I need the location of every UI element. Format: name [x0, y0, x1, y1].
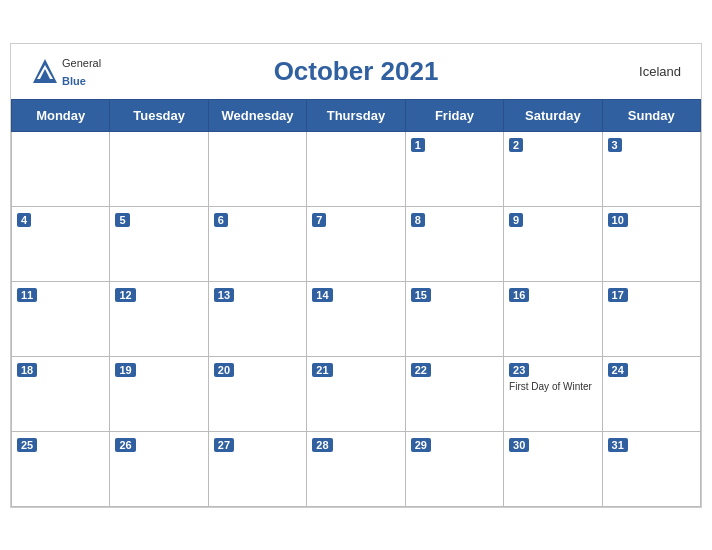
- week-row-2: 45678910: [12, 206, 701, 281]
- day-cell: 24: [602, 356, 700, 431]
- day-number: 14: [312, 288, 332, 302]
- day-number: 20: [214, 363, 234, 377]
- calendar-body: 1234567891011121314151617181920212223Fir…: [12, 131, 701, 506]
- day-cell: 14: [307, 281, 405, 356]
- day-number: 15: [411, 288, 431, 302]
- col-friday: Friday: [405, 99, 503, 131]
- day-event: First Day of Winter: [509, 381, 596, 392]
- col-saturday: Saturday: [504, 99, 602, 131]
- week-row-1: 123: [12, 131, 701, 206]
- day-number: 3: [608, 138, 622, 152]
- day-cell: 16: [504, 281, 602, 356]
- month-title: October 2021: [274, 56, 439, 87]
- calendar-container: General Blue October 2021 Iceland Monday…: [10, 43, 702, 508]
- day-cell: 31: [602, 431, 700, 506]
- calendar-header: General Blue October 2021 Iceland: [11, 44, 701, 99]
- day-number: 8: [411, 213, 425, 227]
- col-sunday: Sunday: [602, 99, 700, 131]
- day-cell: 28: [307, 431, 405, 506]
- day-number: 30: [509, 438, 529, 452]
- col-wednesday: Wednesday: [208, 99, 306, 131]
- days-of-week-row: Monday Tuesday Wednesday Thursday Friday…: [12, 99, 701, 131]
- day-cell: 25: [12, 431, 110, 506]
- day-cell: 26: [110, 431, 208, 506]
- day-cell: 21: [307, 356, 405, 431]
- day-number: 25: [17, 438, 37, 452]
- day-cell: 27: [208, 431, 306, 506]
- day-number: 7: [312, 213, 326, 227]
- day-number: 19: [115, 363, 135, 377]
- day-cell: 15: [405, 281, 503, 356]
- day-cell: 17: [602, 281, 700, 356]
- day-cell: 22: [405, 356, 503, 431]
- day-number: 6: [214, 213, 228, 227]
- week-row-3: 11121314151617: [12, 281, 701, 356]
- logo-general-text: General: [62, 57, 101, 69]
- day-cell: 20: [208, 356, 306, 431]
- day-cell: [12, 131, 110, 206]
- day-number: 22: [411, 363, 431, 377]
- day-cell: 7: [307, 206, 405, 281]
- day-cell: 23First Day of Winter: [504, 356, 602, 431]
- day-cell: 30: [504, 431, 602, 506]
- day-cell: 9: [504, 206, 602, 281]
- day-number: 11: [17, 288, 37, 302]
- country-label: Iceland: [639, 64, 681, 79]
- day-cell: 1: [405, 131, 503, 206]
- day-number: 21: [312, 363, 332, 377]
- day-cell: 18: [12, 356, 110, 431]
- day-cell: [110, 131, 208, 206]
- day-number: 24: [608, 363, 628, 377]
- day-cell: 4: [12, 206, 110, 281]
- day-cell: 10: [602, 206, 700, 281]
- col-thursday: Thursday: [307, 99, 405, 131]
- day-cell: 2: [504, 131, 602, 206]
- day-number: 16: [509, 288, 529, 302]
- day-cell: 19: [110, 356, 208, 431]
- day-number: 2: [509, 138, 523, 152]
- day-number: 10: [608, 213, 628, 227]
- day-number: 9: [509, 213, 523, 227]
- day-number: 13: [214, 288, 234, 302]
- day-number: 23: [509, 363, 529, 377]
- day-number: 17: [608, 288, 628, 302]
- day-number: 1: [411, 138, 425, 152]
- calendar-table: Monday Tuesday Wednesday Thursday Friday…: [11, 99, 701, 507]
- day-number: 28: [312, 438, 332, 452]
- day-cell: 29: [405, 431, 503, 506]
- logo-blue-text: Blue: [62, 75, 86, 87]
- day-cell: 11: [12, 281, 110, 356]
- day-cell: 8: [405, 206, 503, 281]
- week-row-4: 181920212223First Day of Winter24: [12, 356, 701, 431]
- day-number: 12: [115, 288, 135, 302]
- day-number: 26: [115, 438, 135, 452]
- col-monday: Monday: [12, 99, 110, 131]
- day-cell: [208, 131, 306, 206]
- day-number: 5: [115, 213, 129, 227]
- day-cell: 6: [208, 206, 306, 281]
- day-number: 18: [17, 363, 37, 377]
- day-cell: 5: [110, 206, 208, 281]
- day-cell: 13: [208, 281, 306, 356]
- logo-area: General Blue: [31, 53, 101, 89]
- day-number: 31: [608, 438, 628, 452]
- general-blue-logo-icon: [31, 57, 59, 85]
- logo-text: General Blue: [62, 53, 101, 89]
- day-number: 27: [214, 438, 234, 452]
- col-tuesday: Tuesday: [110, 99, 208, 131]
- day-number: 4: [17, 213, 31, 227]
- week-row-5: 25262728293031: [12, 431, 701, 506]
- day-number: 29: [411, 438, 431, 452]
- day-cell: 12: [110, 281, 208, 356]
- day-cell: [307, 131, 405, 206]
- day-cell: 3: [602, 131, 700, 206]
